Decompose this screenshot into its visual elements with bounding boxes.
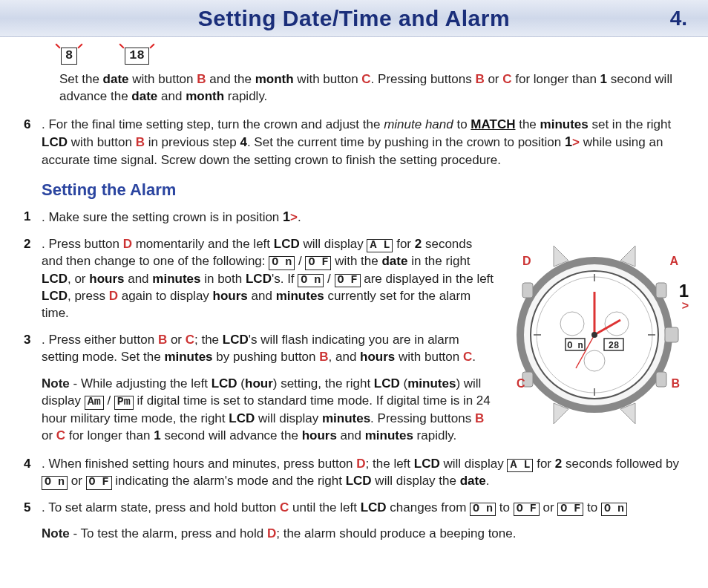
lcd-on: O n bbox=[42, 476, 68, 490]
watch-lcd-right: 28 bbox=[609, 341, 619, 351]
text: . Pressing buttons bbox=[370, 411, 475, 425]
bold-lcd: LCD bbox=[42, 272, 68, 286]
text: ; the alarm should produce a beeping ton… bbox=[276, 526, 516, 540]
bold-one: 1 bbox=[154, 428, 160, 442]
text: and bbox=[157, 89, 186, 103]
button-d-label: D bbox=[267, 526, 276, 540]
bold-one: 1 bbox=[600, 72, 607, 86]
svg-point-15 bbox=[591, 332, 597, 338]
text: by pushing button bbox=[213, 350, 320, 364]
lcd-on: O n bbox=[298, 274, 324, 288]
section-heading-alarm: Setting the Alarm bbox=[42, 179, 687, 201]
bold-lcd: LCD bbox=[374, 376, 400, 391]
bold-lcd: LCD bbox=[246, 272, 272, 286]
italic-minute-hand: minute hand bbox=[384, 117, 453, 131]
step-number: 3 bbox=[24, 331, 37, 366]
bold-date: date bbox=[103, 72, 129, 86]
bold-minutes: minutes bbox=[276, 289, 324, 303]
text: / bbox=[295, 254, 305, 268]
chevron-icon: > bbox=[572, 135, 580, 149]
lcd-on: O n bbox=[601, 503, 627, 517]
text: until the left bbox=[289, 500, 360, 514]
intro-paragraph: Set the date with button B and the month… bbox=[42, 71, 687, 105]
page-body: 8 18 Set the date with button B and the … bbox=[0, 37, 708, 561]
lcd-al: A L bbox=[507, 459, 533, 473]
lcd-on: O n bbox=[269, 256, 295, 270]
alarm-step-5: 5 . To set alarm state, press and hold b… bbox=[42, 499, 687, 517]
text: rapidly. bbox=[413, 428, 456, 442]
step-number: 4 bbox=[24, 455, 37, 490]
chevron-icon: > bbox=[290, 210, 298, 224]
top-lcd-row: 8 18 bbox=[42, 48, 687, 65]
bold-lcd: LCD bbox=[274, 237, 300, 251]
text: again to display bbox=[118, 289, 213, 303]
text: seconds followed by bbox=[562, 457, 679, 471]
text: and bbox=[124, 272, 152, 286]
lcd-of: O F bbox=[305, 256, 331, 270]
bold-date: date bbox=[131, 89, 157, 103]
text: with button bbox=[395, 350, 463, 364]
lcd-month-flashing: 18 bbox=[125, 48, 148, 65]
step-body: . To set alarm state, press and hold but… bbox=[42, 499, 687, 517]
watch-button-c-label: C bbox=[517, 376, 525, 392]
alarm-step-4: 4 . When finished setting hours and minu… bbox=[42, 455, 687, 490]
bold-hour: hour bbox=[245, 376, 273, 391]
text: with button bbox=[68, 135, 136, 149]
text: or bbox=[167, 333, 186, 347]
button-c-label: C bbox=[56, 428, 65, 442]
text: . Pressing buttons bbox=[371, 72, 476, 86]
bold-minutes: minutes bbox=[365, 428, 413, 442]
note-label: Note bbox=[42, 526, 70, 540]
position-1: 1 bbox=[565, 134, 572, 149]
page-number: 4. bbox=[670, 7, 687, 30]
text: and bbox=[337, 428, 365, 442]
svg-rect-19 bbox=[656, 372, 666, 387]
step-number: 1 bbox=[24, 208, 37, 226]
text: , or bbox=[68, 272, 89, 286]
step-body: . For the final time setting step, turn … bbox=[42, 116, 687, 169]
button-c-label: C bbox=[463, 350, 472, 364]
text: and the bbox=[206, 72, 255, 86]
text: or bbox=[68, 474, 86, 488]
text: for bbox=[533, 457, 554, 471]
text: or bbox=[42, 428, 56, 442]
lcd-of: O F bbox=[514, 503, 540, 517]
step-body: . Press button D momentarily and the lef… bbox=[42, 235, 496, 322]
text: / bbox=[324, 272, 334, 286]
button-b-label: B bbox=[158, 333, 167, 347]
text: for longer than bbox=[512, 72, 600, 86]
note-2: Note - To test the alarm, press and hold… bbox=[24, 525, 687, 542]
bold-minutes: minutes bbox=[540, 117, 589, 131]
text: for longer than bbox=[65, 428, 154, 442]
text: indicating the alarm's mode and the righ… bbox=[112, 474, 346, 488]
lcd-am: Am bbox=[85, 396, 104, 410]
text: changes from bbox=[387, 500, 470, 514]
text: in previous step bbox=[145, 135, 240, 149]
match-underline: MATCH bbox=[471, 117, 515, 131]
alarm-step-3: 3 . Press either button B or C; the LCD'… bbox=[42, 331, 496, 366]
lcd-pm: Pm bbox=[114, 396, 134, 410]
bold-four: 4 bbox=[240, 135, 246, 149]
bold-minutes: minutes bbox=[164, 350, 212, 364]
text: second will advance the bbox=[161, 428, 302, 442]
button-b-label: B bbox=[475, 411, 484, 425]
text: rapidly. bbox=[224, 89, 267, 103]
text: 's. If bbox=[272, 272, 298, 286]
step-6: 6 . For the final time setting step, tur… bbox=[42, 116, 687, 169]
text: ) setting, the right bbox=[273, 376, 374, 391]
bold-minutes: minutes bbox=[152, 272, 200, 286]
text: . To set alarm state, press and hold but… bbox=[42, 500, 280, 514]
text: . bbox=[486, 474, 490, 488]
step-body: . Make sure the setting crown is in posi… bbox=[42, 208, 687, 226]
text: . bbox=[472, 350, 476, 364]
button-c-label: C bbox=[280, 500, 289, 514]
button-c-label: C bbox=[186, 333, 194, 347]
watch-button-d-label: D bbox=[522, 253, 531, 270]
bold-date: date bbox=[381, 254, 407, 268]
text: , and bbox=[329, 350, 361, 364]
bold-month: month bbox=[186, 89, 224, 103]
text: the bbox=[515, 117, 540, 131]
position-1: 1 bbox=[283, 209, 290, 224]
watch-illustration: O n 28 D A C B 1 > bbox=[502, 238, 687, 424]
text: - While adjusting the left bbox=[70, 376, 212, 391]
